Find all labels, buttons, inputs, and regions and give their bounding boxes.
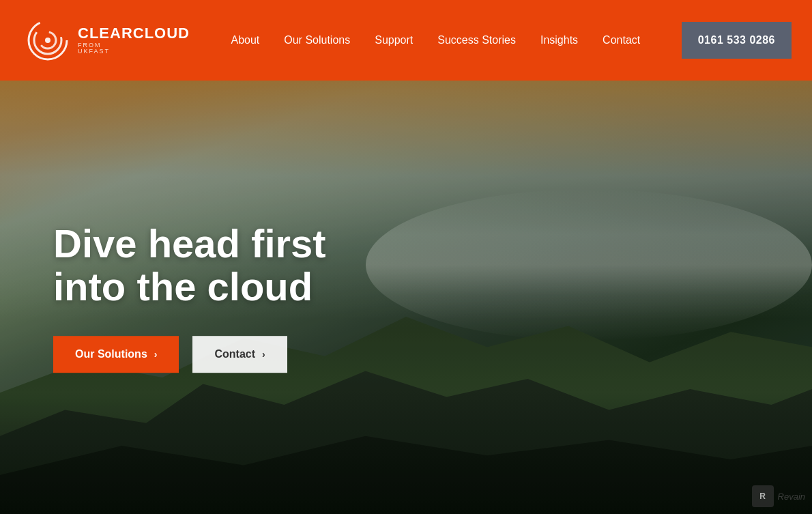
logo-sub-brand: UKFAST xyxy=(78,48,190,55)
our-solutions-chevron-icon: › xyxy=(154,349,158,360)
revain-text: Revain xyxy=(778,491,805,502)
nav-item-insights[interactable]: Insights xyxy=(540,34,578,46)
hero-heading-line2: into the cloud xyxy=(53,265,313,309)
contact-label: Contact xyxy=(214,348,255,360)
phone-button[interactable]: 0161 533 0286 xyxy=(682,22,792,59)
logo-icon xyxy=(20,13,75,68)
revain-badge: R Revain xyxy=(752,485,805,507)
nav-item-success-stories[interactable]: Success Stories xyxy=(437,34,516,46)
hero-content: Dive head first into the cloud Our Solut… xyxy=(53,222,326,373)
main-nav: About Our Solutions Support Success Stor… xyxy=(231,34,640,46)
contact-chevron-icon: › xyxy=(262,349,265,360)
logo-brand-name: CLEARCLOUD xyxy=(78,26,190,41)
nav-item-support[interactable]: Support xyxy=(375,34,413,46)
site-header: CLEARCLOUD FROM UKFAST About Our Solutio… xyxy=(0,0,812,81)
logo[interactable]: CLEARCLOUD FROM UKFAST xyxy=(20,13,190,68)
our-solutions-button[interactable]: Our Solutions › xyxy=(53,336,179,373)
nav-item-about[interactable]: About xyxy=(231,34,259,46)
nav-item-contact[interactable]: Contact xyxy=(603,34,640,46)
hero-buttons: Our Solutions › Contact › xyxy=(53,336,326,373)
nav-item-our-solutions[interactable]: Our Solutions xyxy=(284,34,350,46)
contact-button[interactable]: Contact › xyxy=(192,336,287,373)
hero-heading-line1: Dive head first xyxy=(53,221,326,266)
svg-point-3 xyxy=(45,38,50,43)
hero-section: Dive head first into the cloud Our Solut… xyxy=(0,81,812,514)
our-solutions-label: Our Solutions xyxy=(75,348,147,360)
revain-icon: R xyxy=(752,485,774,507)
hero-heading: Dive head first into the cloud xyxy=(53,222,326,309)
logo-text-group: CLEARCLOUD FROM UKFAST xyxy=(78,26,190,55)
